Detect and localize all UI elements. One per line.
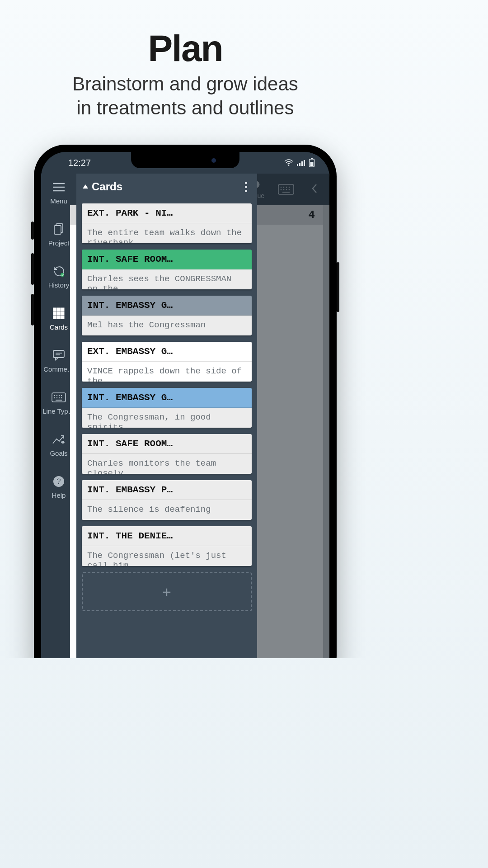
svg-rect-12 bbox=[54, 226, 61, 234]
nav-label: Comme… bbox=[43, 365, 74, 373]
nav-label: Help bbox=[52, 491, 66, 499]
svg-point-27 bbox=[54, 395, 55, 396]
cards-panel-header: Cards bbox=[76, 174, 257, 200]
dot-icon bbox=[245, 182, 247, 184]
dot-icon bbox=[245, 190, 247, 192]
scene-card-body: Charles sees the CONGRESSMAN on the bbox=[82, 269, 252, 289]
svg-rect-15 bbox=[57, 308, 61, 311]
svg-rect-3 bbox=[301, 161, 303, 166]
phone-side-button bbox=[31, 222, 34, 240]
help-icon: ? bbox=[52, 474, 66, 489]
svg-rect-16 bbox=[61, 308, 64, 311]
scene-card-title: INT. EMBASSY P… bbox=[82, 480, 252, 500]
svg-point-32 bbox=[56, 397, 57, 398]
phone-side-button bbox=[337, 262, 339, 312]
phone-screen: 12:27 Menu bbox=[41, 152, 329, 658]
nav-label: Project bbox=[48, 239, 70, 247]
svg-rect-17 bbox=[53, 312, 56, 315]
scene-card-body: VINCE rappels down the side of the bbox=[82, 362, 252, 382]
scene-card-title: INT. EMBASSY G… bbox=[82, 296, 252, 316]
nav-label: Goals bbox=[50, 449, 67, 457]
headline-subtitle: Brainstorm and grow ideas in treatments … bbox=[0, 72, 371, 120]
scene-card[interactable]: INT. EMBASSY P…The silence is deafening bbox=[82, 480, 252, 520]
svg-point-30 bbox=[61, 395, 62, 396]
wifi-icon bbox=[284, 159, 293, 166]
headline-title: Plan bbox=[0, 27, 371, 70]
dot-icon bbox=[245, 186, 247, 188]
plus-icon: + bbox=[162, 583, 171, 601]
scene-card-body: The entire team walks down the riverbank bbox=[82, 223, 252, 243]
scene-card-title: EXT. EMBASSY G… bbox=[82, 342, 252, 362]
svg-rect-14 bbox=[53, 308, 56, 311]
scene-card-title: INT. SAFE ROOM… bbox=[82, 434, 252, 454]
nav-label: Cards bbox=[50, 323, 68, 331]
main-area: ialogue HT 4 side of the ction by indows… bbox=[76, 174, 329, 658]
hamburger-icon bbox=[52, 180, 66, 194]
svg-rect-2 bbox=[299, 163, 300, 166]
svg-rect-22 bbox=[61, 316, 64, 319]
phone-notch bbox=[131, 152, 239, 168]
nav-label: Menu bbox=[50, 197, 67, 205]
history-icon bbox=[52, 264, 66, 278]
svg-point-33 bbox=[59, 397, 60, 398]
svg-rect-20 bbox=[53, 316, 56, 319]
add-card-button[interactable]: + bbox=[82, 572, 252, 611]
scene-card[interactable]: INT. EMBASSY G…Mel has the Congressman bbox=[82, 296, 252, 335]
svg-rect-23 bbox=[53, 350, 64, 358]
scene-card-title: EXT. PARK - NI… bbox=[82, 203, 252, 223]
svg-rect-18 bbox=[57, 312, 61, 315]
phone-frame: 12:27 Menu bbox=[34, 145, 337, 658]
svg-point-0 bbox=[288, 165, 290, 166]
keyboard-icon bbox=[52, 390, 66, 405]
scene-card-body: Charles monitors the team closely bbox=[82, 454, 252, 474]
app-root: Menu Project History bbox=[41, 174, 329, 658]
svg-point-28 bbox=[56, 395, 57, 396]
triangle-up-icon bbox=[83, 184, 88, 189]
documents-icon bbox=[52, 222, 66, 236]
signal-icon bbox=[297, 160, 305, 166]
scene-card[interactable]: EXT. PARK - NI…The entire team walks dow… bbox=[82, 203, 252, 243]
nav-menu[interactable]: Menu bbox=[41, 177, 76, 208]
cards-more-button[interactable] bbox=[241, 178, 251, 196]
cards-panel-title: Cards bbox=[92, 180, 122, 193]
scene-card-title: INT. EMBASSY G… bbox=[82, 388, 252, 408]
nav-label: History bbox=[48, 281, 70, 289]
scene-card-body: The Congressman (let's just call him bbox=[82, 546, 252, 566]
cards-list[interactable]: EXT. PARK - NI…The entire team walks dow… bbox=[76, 200, 257, 658]
status-icons bbox=[284, 158, 315, 167]
status-time: 12:27 bbox=[68, 158, 91, 168]
scene-card[interactable]: INT. SAFE ROOM…Charles monitors the team… bbox=[82, 434, 252, 474]
cards-panel-title-toggle[interactable]: Cards bbox=[83, 180, 122, 193]
svg-rect-21 bbox=[57, 316, 61, 319]
scene-card-body: The Congressman, in good spirits bbox=[82, 408, 252, 428]
svg-point-29 bbox=[59, 395, 60, 396]
scene-card-body: The silence is deafening bbox=[82, 500, 252, 520]
scene-card[interactable]: INT. THE DENIE…The Congressman (let's ju… bbox=[82, 526, 252, 566]
svg-rect-19 bbox=[61, 312, 64, 315]
svg-text:?: ? bbox=[56, 477, 61, 486]
scene-card-body: Mel has the Congressman bbox=[82, 316, 252, 335]
svg-rect-1 bbox=[297, 164, 298, 166]
svg-rect-7 bbox=[310, 162, 314, 166]
svg-rect-4 bbox=[304, 160, 305, 166]
scene-card[interactable]: INT. SAFE ROOM…Charles sees the CONGRESS… bbox=[82, 250, 252, 289]
marketing-headline: Plan Brainstorm and grow ideas in treatm… bbox=[0, 0, 371, 120]
chart-up-icon bbox=[52, 432, 66, 447]
svg-point-13 bbox=[61, 273, 64, 277]
svg-point-31 bbox=[54, 397, 55, 398]
cards-panel: Cards EXT. PARK - NI…The entire team wal… bbox=[76, 174, 257, 658]
battery-icon bbox=[309, 158, 315, 167]
scene-card-title: INT. SAFE ROOM… bbox=[82, 250, 252, 269]
svg-point-34 bbox=[61, 397, 62, 398]
phone-side-button bbox=[31, 253, 34, 285]
grid-icon bbox=[52, 306, 66, 321]
comment-icon bbox=[52, 348, 66, 363]
scene-card[interactable]: INT. EMBASSY G…The Congressman, in good … bbox=[82, 388, 252, 428]
scene-card-title: INT. THE DENIE… bbox=[82, 526, 252, 546]
scene-card[interactable]: EXT. EMBASSY G…VINCE rappels down the si… bbox=[82, 342, 252, 382]
phone-side-button bbox=[31, 294, 34, 326]
